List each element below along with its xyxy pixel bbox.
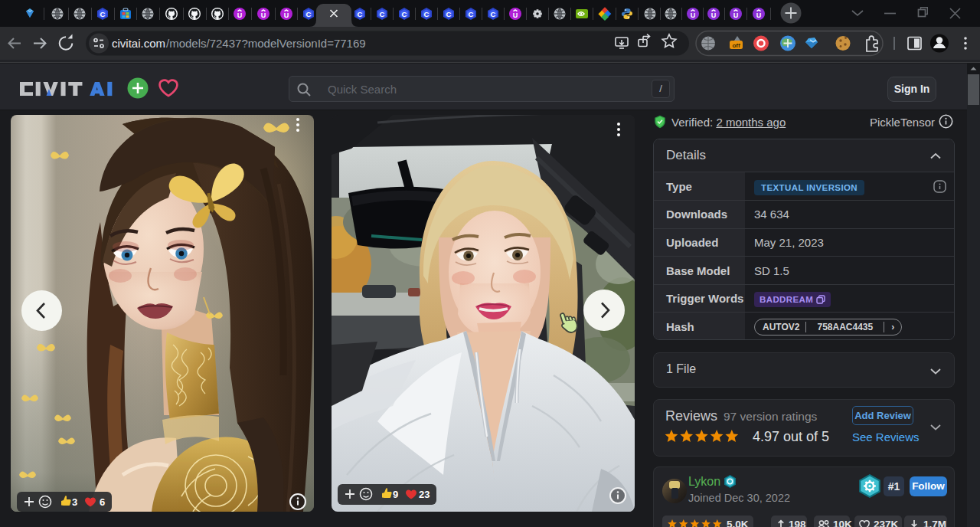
- svg-text:23: 23: [419, 489, 430, 500]
- svg-text:off: off: [732, 42, 740, 49]
- svg-text:3: 3: [72, 496, 77, 508]
- svg-text:/models/72437?modelVersionId=7: /models/72437?modelVersionId=77169: [166, 37, 366, 50]
- svg-text:6: 6: [100, 496, 105, 508]
- svg-text:civitai.com: civitai.com: [112, 37, 165, 50]
- svg-text:9: 9: [393, 489, 398, 500]
